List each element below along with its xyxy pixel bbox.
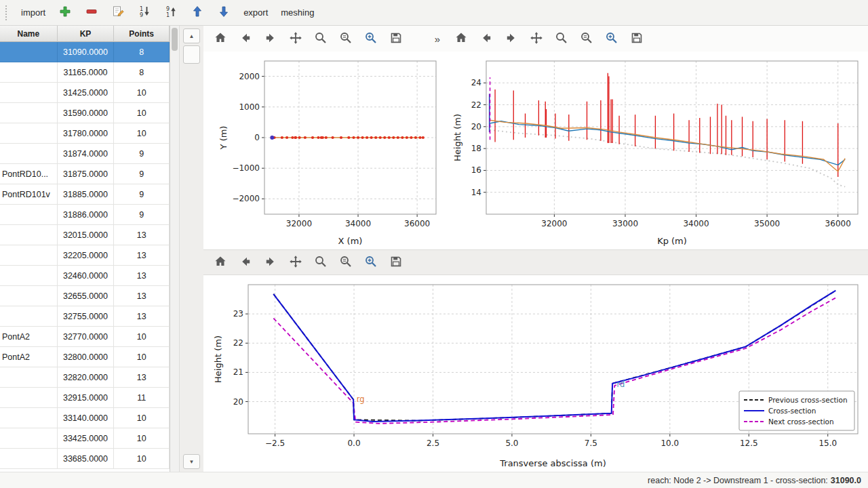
cell-kp: 32915.0000 [58, 388, 115, 408]
svg-text:15.0: 15.0 [818, 439, 837, 448]
svg-text:rg: rg [357, 394, 365, 404]
table-row[interactable]: 32820.000013 [0, 367, 170, 388]
cross-section-toolbar [203, 249, 868, 275]
main-area: NameKPPoints 31090.0000831165.0000831425… [0, 26, 868, 472]
cell-kp: 33425.0000 [58, 428, 115, 449]
move-down-button[interactable] [212, 3, 236, 22]
customize-button[interactable] [361, 252, 381, 272]
cell-name [0, 367, 58, 388]
svg-text:Kp (m): Kp (m) [657, 236, 687, 246]
zoom-button[interactable] [551, 28, 572, 49]
table-row[interactable]: 31590.000010 [0, 103, 170, 123]
cell-name [0, 144, 58, 164]
forward-icon [264, 255, 277, 270]
table-row[interactable]: 32755.000013 [0, 306, 170, 327]
svg-text:24: 24 [471, 78, 481, 87]
pan-button[interactable] [526, 28, 547, 49]
home-button[interactable] [210, 252, 231, 272]
cell-name: PontA2 [0, 347, 58, 367]
customize-button[interactable] [361, 28, 381, 49]
meshing-button[interactable]: meshing [275, 3, 319, 22]
subplots-icon [339, 31, 353, 47]
status-value: 31090.0 [831, 476, 861, 485]
table-row[interactable]: PontRD101v31885.00009 [0, 184, 170, 205]
home-button[interactable] [210, 28, 231, 49]
subplots-button[interactable] [576, 28, 597, 49]
cell-points: 9 [114, 205, 170, 225]
table-row[interactable]: PontRD10...31875.00009 [0, 164, 170, 184]
forward-button[interactable] [260, 28, 281, 49]
table-row[interactable]: 32205.000013 [0, 245, 170, 266]
sort-ascending-button[interactable]: 91 [159, 3, 183, 22]
column-header-kp[interactable]: KP [58, 26, 115, 42]
pan-button[interactable] [285, 252, 306, 272]
plan-chart[interactable]: 320003400036000−2000−1000010002000X (m)Y… [203, 52, 444, 249]
table-row[interactable]: 33140.000010 [0, 408, 170, 428]
table-row[interactable]: PontA232800.000010 [0, 347, 170, 367]
save-button[interactable] [627, 28, 647, 49]
add-cross-section-button[interactable] [53, 3, 77, 22]
table-row[interactable]: 33425.000010 [0, 428, 170, 449]
customize-button[interactable] [601, 28, 622, 49]
svg-text:14: 14 [471, 188, 481, 197]
pan-button[interactable] [285, 28, 306, 49]
svg-text:9: 9 [166, 6, 170, 12]
scroll-down-button[interactable]: ▼ [183, 454, 200, 469]
back-button[interactable] [476, 28, 496, 49]
save-button[interactable] [386, 28, 406, 49]
table-row[interactable]: 32915.000011 [0, 388, 170, 408]
edit-cross-section-button[interactable] [106, 3, 130, 22]
svg-text:36000: 36000 [825, 219, 851, 228]
up-triangle-icon: ▲ [189, 33, 195, 39]
table-scrollbar[interactable] [170, 26, 180, 472]
customize-icon [605, 31, 618, 47]
forward-icon [505, 31, 518, 47]
profile-chart[interactable]: 3200033000340003500036000141618202224Kp … [444, 52, 867, 249]
svg-text:18: 18 [471, 144, 481, 153]
cell-name [0, 205, 58, 225]
table-row[interactable]: 31165.00008 [0, 62, 170, 83]
toolbar-overflow-chevron[interactable]: » [435, 33, 440, 45]
table-row[interactable]: PontA232770.000010 [0, 327, 170, 347]
import-button[interactable]: import [16, 3, 51, 22]
svg-text:2000: 2000 [239, 72, 260, 81]
svg-text:23: 23 [233, 309, 243, 319]
profile-toolbar [444, 26, 868, 52]
column-header-name[interactable]: Name [0, 26, 58, 42]
table-row[interactable]: 33685.000010 [0, 449, 170, 469]
back-button[interactable] [235, 252, 256, 272]
forward-button[interactable] [260, 252, 281, 272]
save-button[interactable] [386, 252, 406, 272]
forward-button[interactable] [501, 28, 521, 49]
svg-text:−1000: −1000 [232, 163, 260, 173]
cross-section-chart[interactable]: −2.50.02.55.07.510.012.515.020212223Tran… [203, 275, 867, 472]
column-header-points[interactable]: Points [114, 26, 170, 42]
table-row[interactable]: 31425.000010 [0, 83, 170, 103]
svg-text:7.5: 7.5 [585, 439, 597, 448]
cell-name [0, 83, 58, 103]
sort-descending-button[interactable]: 19 [132, 3, 157, 22]
table-row[interactable]: 31780.000010 [0, 123, 170, 144]
panel-scrollbar: ▲ ▼ [180, 26, 203, 472]
remove-cross-section-button[interactable] [79, 3, 104, 22]
zoom-button[interactable] [311, 252, 331, 272]
subplots-button[interactable] [336, 252, 356, 272]
table-row[interactable]: 32460.000013 [0, 266, 170, 286]
move-up-button[interactable] [185, 3, 210, 22]
panel-scrollbar-thumb[interactable] [183, 45, 200, 64]
export-button[interactable]: export [238, 3, 273, 22]
cell-name [0, 306, 58, 327]
zoom-button[interactable] [311, 28, 331, 49]
cell-kp: 32755.0000 [58, 306, 115, 327]
back-button[interactable] [235, 28, 256, 49]
scroll-up-button[interactable]: ▲ [183, 28, 200, 43]
home-button[interactable] [451, 28, 471, 49]
table-row[interactable]: 32015.000013 [0, 225, 170, 245]
table-row[interactable]: 31874.00009 [0, 144, 170, 164]
table-row[interactable]: 31886.00009 [0, 205, 170, 225]
table-scrollbar-thumb[interactable] [172, 28, 178, 51]
cell-name: PontRD101v [0, 184, 58, 205]
table-row[interactable]: 31090.00008 [0, 42, 170, 62]
table-row[interactable]: 32655.000013 [0, 286, 170, 306]
subplots-button[interactable] [336, 28, 356, 49]
